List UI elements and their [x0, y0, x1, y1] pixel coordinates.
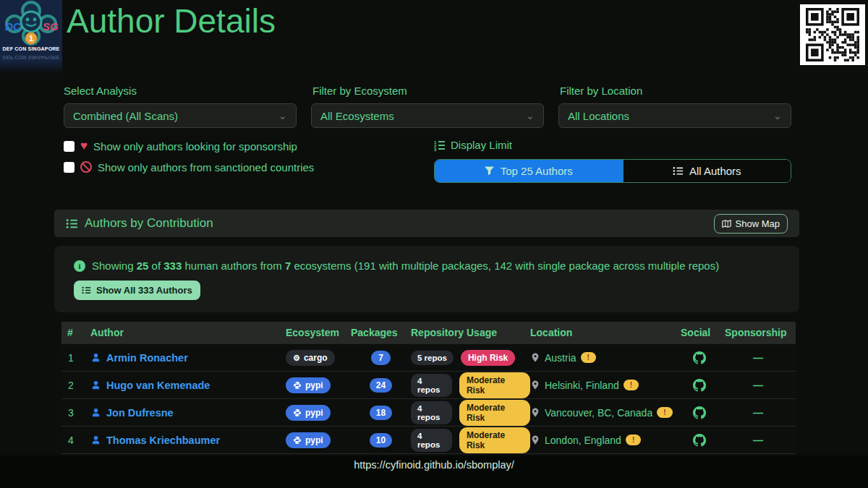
table-row[interactable]: 2 Hugo van Kemenade ⚙ pypi 24 4 repos Mo… [61, 371, 796, 398]
sanctioned-filter-label: Show only authors from sanctioned countr… [98, 161, 314, 174]
logo-sg-text: SG [43, 20, 59, 33]
col-packages: Packages [351, 327, 411, 338]
funnel-icon [485, 166, 494, 176]
github-icon[interactable] [693, 351, 706, 364]
chevron-down-icon: ⌄ [278, 112, 287, 119]
packages-badge: 10 [370, 433, 392, 448]
author-link[interactable]: Hugo van Kemenade [106, 380, 210, 391]
ecosystem-badge: ⚙ pypi [286, 377, 331, 393]
authors-panel-header: Authors by Contribution Show Map [54, 210, 799, 237]
list-icon [82, 286, 91, 295]
top-25-authors-button[interactable]: Top 25 Authors [435, 160, 623, 182]
risk-badge: High Risk [461, 350, 515, 366]
map-icon [722, 219, 731, 228]
list-icon [673, 166, 684, 176]
gear-icon: ⚙ [293, 354, 300, 361]
col-social: Social [678, 327, 720, 338]
warning-badge: ! [657, 407, 672, 418]
display-limit-label-row: 1 2 3 Display Limit [434, 139, 512, 151]
logo-caption: DEF CON SINGAPORE [0, 46, 62, 51]
location-text: Austria [545, 352, 576, 364]
svg-text:3: 3 [434, 147, 437, 151]
list-icon [66, 218, 78, 230]
numbered-list-icon: 1 2 3 [434, 140, 446, 151]
github-icon[interactable] [693, 434, 706, 447]
repos-badge: 5 repos [411, 351, 454, 365]
logo-badge-number: 1 [29, 34, 33, 43]
github-icon[interactable] [693, 379, 706, 392]
col-location: Location [530, 327, 678, 338]
map-pin-icon [530, 407, 540, 418]
sanctioned-filter-row[interactable]: Show only authors from sanctioned countr… [64, 160, 314, 174]
ecosystem-name: cargo [304, 353, 328, 363]
show-map-label: Show Map [736, 218, 780, 229]
github-icon[interactable] [693, 406, 706, 419]
packages-badge: 24 [370, 378, 392, 393]
python-icon [293, 381, 302, 390]
analysis-select-value: Combined (All Scans) [73, 110, 178, 122]
row-rank: 1 [61, 352, 90, 364]
map-pin-icon [530, 380, 540, 390]
col-ecosystem: Ecosystem [286, 327, 351, 338]
table-row[interactable]: 1 Armin Ronacher ⚙ cargo 7 5 repos High … [61, 343, 796, 371]
footer-bar: https://cyfinoid.github.io/sbomplay/ [0, 455, 868, 488]
row-rank: 2 [61, 380, 90, 391]
sponsorship-filter-checkbox[interactable] [64, 141, 75, 152]
warning-badge: ! [581, 352, 596, 363]
location-filter-label: Filter by Location [560, 85, 642, 97]
qr-pattern [806, 8, 859, 61]
col-repo-usage: Repository Usage [411, 327, 530, 338]
location-select-value: All Locations [568, 110, 629, 122]
page-title: Author Details [67, 1, 276, 40]
sponsorship-filter-row[interactable]: ♥ Show only authors looking for sponsors… [64, 140, 297, 153]
top-25-authors-label: Top 25 Authors [501, 165, 573, 177]
analysis-select[interactable]: Combined (All Scans) ⌄ [64, 103, 297, 128]
no-entry-icon [80, 161, 92, 173]
sponsorship-value: — [720, 352, 796, 364]
sponsorship-value: — [720, 435, 796, 446]
person-icon [90, 352, 101, 363]
col-sponsorship: Sponsorship [720, 327, 796, 338]
ecosystem-name: pypi [305, 380, 323, 390]
author-link[interactable]: Jon Dufresne [106, 407, 174, 419]
sponsorship-filter-label: Show only authors looking for sponsorshi… [93, 140, 297, 153]
show-map-button[interactable]: Show Map [714, 214, 788, 234]
display-limit-label: Display Limit [451, 139, 512, 151]
chevron-down-icon: ⌄ [773, 112, 782, 119]
ecosystem-filter-label: Filter by Ecosystem [312, 85, 407, 97]
risk-badge: Moderate Risk [459, 400, 530, 426]
sponsorship-value: — [720, 407, 796, 419]
risk-badge: Moderate Risk [459, 372, 530, 398]
ecosystem-badge: ⚙ pypi [286, 405, 331, 421]
python-icon [293, 408, 302, 417]
chevron-down-icon: ⌄ [525, 112, 535, 119]
author-link[interactable]: Armin Ronacher [106, 352, 188, 364]
summary-card: i Showing 25 of 333 human authors from 7… [54, 246, 799, 312]
location-text: London, England [545, 435, 621, 446]
row-rank: 4 [61, 435, 90, 446]
table-row[interactable]: 3 Jon Dufresne ⚙ pypi 18 4 repos Moderat… [61, 398, 796, 426]
repos-badge: 4 repos [411, 374, 452, 397]
row-rank: 3 [61, 407, 90, 419]
python-icon [293, 436, 302, 445]
ecosystem-name: pypi [305, 435, 323, 445]
table-row[interactable]: 4 Thomas Kriechbaumer ⚙ pypi 10 4 repos … [61, 426, 796, 453]
defcon-badge-art: DC SG 1 [0, 0, 62, 46]
sanctioned-filter-checkbox[interactable] [64, 162, 75, 173]
ecosystem-select-value: All Ecosystems [320, 110, 394, 122]
packages-badge: 7 [371, 351, 391, 365]
person-icon [90, 407, 101, 418]
repos-badge: 4 repos [411, 401, 452, 424]
warning-badge: ! [624, 380, 639, 390]
ecosystem-select[interactable]: All Ecosystems ⌄ [311, 103, 544, 128]
all-authors-button[interactable]: All Authors [623, 160, 791, 182]
ecosystem-badge: ⚙ cargo [286, 350, 335, 366]
show-all-authors-button[interactable]: Show All 333 Authors [74, 281, 200, 300]
footer-url: https://cyfinoid.github.io/sbomplay/ [0, 459, 868, 471]
warning-badge: ! [626, 435, 641, 445]
risk-badge: Moderate Risk [459, 427, 530, 453]
author-link[interactable]: Thomas Kriechbaumer [106, 435, 220, 446]
table-header: # Author Ecosystem Packages Repository U… [61, 322, 796, 343]
location-select[interactable]: All Locations ⌄ [558, 103, 791, 128]
logo-dc-text: DC [5, 20, 22, 33]
